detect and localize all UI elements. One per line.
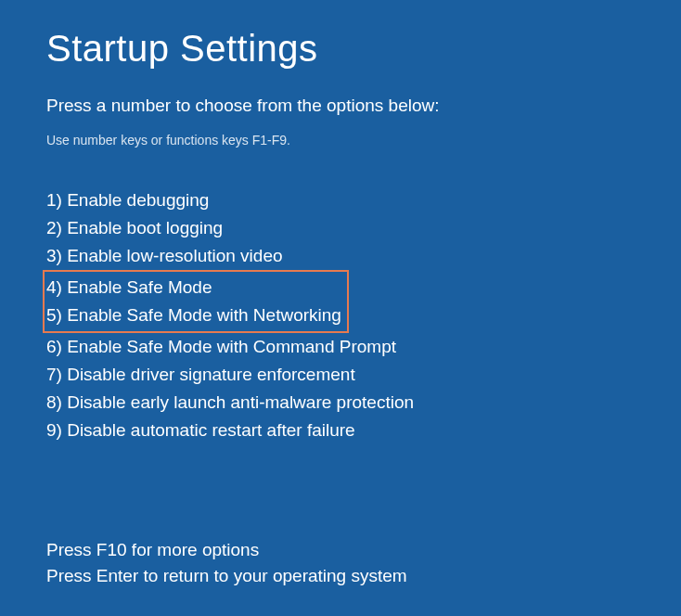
footer-instructions: Press F10 for more options Press Enter t… <box>46 537 635 589</box>
option-2[interactable]: 2) Enable boot logging <box>46 214 635 242</box>
highlight-annotation: 4) Enable Safe Mode 5) Enable Safe Mode … <box>43 270 349 333</box>
option-7[interactable]: 7) Disable driver signature enforcement <box>46 361 635 389</box>
option-9[interactable]: 9) Disable automatic restart after failu… <box>46 417 635 444</box>
option-4[interactable]: 4) Enable Safe Mode <box>46 274 341 302</box>
option-1[interactable]: 1) Enable debugging <box>46 186 635 214</box>
option-8[interactable]: 8) Disable early launch anti-malware pro… <box>46 389 635 417</box>
option-3[interactable]: 3) Enable low-resolution video <box>46 242 635 270</box>
option-6[interactable]: 6) Enable Safe Mode with Command Prompt <box>46 333 635 361</box>
hint-text: Use number keys or functions keys F1-F9. <box>46 133 635 148</box>
more-options-text: Press F10 for more options <box>46 537 635 563</box>
subtitle-text: Press a number to choose from the option… <box>46 96 635 116</box>
page-title: Startup Settings <box>46 28 635 70</box>
option-5[interactable]: 5) Enable Safe Mode with Networking <box>46 302 341 329</box>
return-text: Press Enter to return to your operating … <box>46 563 635 589</box>
options-list: 1) Enable debugging 2) Enable boot loggi… <box>46 186 635 444</box>
